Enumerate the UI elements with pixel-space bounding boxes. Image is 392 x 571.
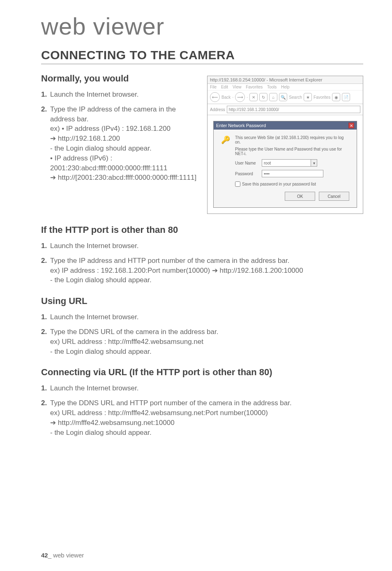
forward-icon[interactable]: ⟶ <box>235 92 245 102</box>
back-label: Back <box>221 95 231 100</box>
conn-via-url-heading: Connecting via URL (If the HTTP port is … <box>41 367 363 378</box>
normally-step2: 2. Type the IP address of the camera in … <box>41 104 199 183</box>
http-port-heading: If the HTTP port is other than 80 <box>41 225 363 235</box>
search-icon[interactable]: 🔍 <box>279 93 287 101</box>
example-line: ex) • IP address (IPv4) : 192.168.1.200 <box>50 124 199 134</box>
example-line: ex) URL address : http://mfffe42.websams… <box>50 408 363 418</box>
search-label: Search <box>289 95 302 100</box>
step-text: Type the IP address of the camera in the… <box>50 104 199 124</box>
username-label: User Name <box>235 161 262 165</box>
chevron-down-icon[interactable]: ▾ <box>311 159 317 167</box>
home-icon[interactable]: ⌂ <box>269 93 277 101</box>
step-text: Launch the Internet browser. <box>50 313 138 321</box>
httpport-step1: 1. Launch the Internet browser. <box>41 241 363 251</box>
window-menubar: File Edit View Favorites Tools Help <box>208 84 363 91</box>
window-titlebar: http://192.168.0.254:10000/ - Microsoft … <box>208 76 363 84</box>
usingurl-step2: 2. Type the DDNS URL of the camera in th… <box>41 327 363 356</box>
example-line: ex) IP address : 192.168.1.200:Port numb… <box>50 266 363 276</box>
login-note: - the Login dialog should appear. <box>50 347 363 357</box>
login-note: - the Login dialog should appear. <box>50 275 363 285</box>
connvia-step1: 1. Launch the Internet browser. <box>41 383 363 393</box>
page-number: 42 <box>41 552 48 559</box>
step-text: Type the DDNS URL of the camera in the a… <box>50 327 363 337</box>
save-password-label: Save this password in your password list <box>242 182 316 186</box>
favorites-icon[interactable]: ★ <box>304 93 312 101</box>
example-url: http://[2001:230:abcd:ffff:0000:0000:fff… <box>50 173 199 183</box>
httpport-step2: 2. Type the IP address and HTTP port num… <box>41 256 363 285</box>
auth-line2: Please type the User Name and Password t… <box>235 147 349 156</box>
history-icon[interactable]: 📄 <box>342 93 350 101</box>
cancel-button[interactable]: Cancel <box>319 192 349 201</box>
save-password-checkbox[interactable] <box>235 181 240 187</box>
menu-file[interactable]: File <box>210 85 217 89</box>
menu-favorites[interactable]: Favorites <box>246 85 263 89</box>
connvia-step2: 2. Type the DDNS URL and HTTP port numbe… <box>41 398 363 437</box>
back-icon[interactable]: ⟵ <box>210 92 220 102</box>
page-footer: 42_ web viewer <box>41 552 84 559</box>
close-icon[interactable]: ✕ <box>348 123 354 128</box>
login-note: - the Login dialog should appear. <box>50 144 199 153</box>
footer-label: _ web viewer <box>48 552 84 559</box>
username-field[interactable] <box>262 159 311 167</box>
favorites-label: Favorites <box>314 95 330 100</box>
window-toolbar: ⟵ Back · ⟶ · ✕ ↻ ⌂ 🔍 Search ★ Favorites … <box>208 91 363 104</box>
menu-view[interactable]: View <box>233 85 242 89</box>
using-url-heading: Using URL <box>41 296 363 306</box>
example-line: • IP address (IPv6) : 2001:230:abcd:ffff… <box>50 153 199 173</box>
auth-line1: This secure Web Site (at 192.168.1.200) … <box>235 135 349 144</box>
example-line: ex) URL address : http://mfffe42.websams… <box>50 337 363 347</box>
step-text: Launch the Internet browser. <box>50 242 138 250</box>
menu-edit[interactable]: Edit <box>221 85 228 89</box>
example-url: http://192.168.1.200 <box>50 134 199 144</box>
page-title: web viewer <box>41 12 363 40</box>
refresh-icon[interactable]: ↻ <box>259 93 267 101</box>
address-input[interactable] <box>227 106 360 113</box>
step-text: Type the DDNS URL and HTTP port number o… <box>50 398 363 408</box>
step-text: Launch the Internet browser. <box>50 384 138 392</box>
ok-button[interactable]: OK <box>285 192 315 201</box>
step-text: Launch the Internet browser. <box>50 91 138 98</box>
password-label: Password <box>235 172 262 176</box>
address-label: Address <box>210 107 225 112</box>
ie-window: http://192.168.0.254:10000/ - Microsoft … <box>207 76 363 214</box>
media-icon[interactable]: ◉ <box>332 93 340 101</box>
step-text: Type the IP address and HTTP port number… <box>50 256 363 266</box>
usingurl-step1: 1. Launch the Internet browser. <box>41 312 363 322</box>
auth-dialog-title: Enter Network Password <box>216 123 266 128</box>
password-field[interactable] <box>262 170 323 177</box>
address-bar: Address <box>208 104 363 115</box>
stop-icon[interactable]: ✕ <box>249 93 258 101</box>
normally-heading: Normally, you would <box>41 73 199 84</box>
auth-dialog: Enter Network Password ✕ 🔑 This secure W… <box>213 121 357 208</box>
example-url: http://mfffe42.websamsung.net:10000 <box>50 418 363 428</box>
menu-help[interactable]: Help <box>281 85 290 89</box>
section-heading: CONNECTING TO THE CAMERA <box>41 48 363 64</box>
normally-step1: 1. Launch the Internet browser. <box>41 90 199 100</box>
menu-tools[interactable]: Tools <box>267 85 277 89</box>
key-icon: 🔑 <box>221 135 230 201</box>
login-note: - the Login dialog should appear. <box>50 428 363 438</box>
